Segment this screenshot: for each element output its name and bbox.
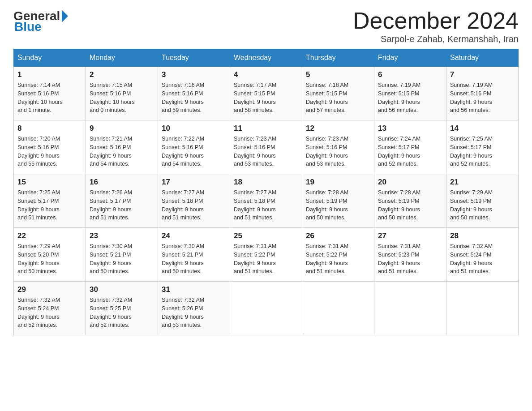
calendar-cell: 10Sunrise: 7:22 AMSunset: 5:16 PMDayligh… bbox=[158, 120, 230, 174]
day-number: 29 bbox=[17, 285, 82, 294]
calendar-cell: 25Sunrise: 7:31 AMSunset: 5:22 PMDayligh… bbox=[230, 228, 302, 282]
calendar-cell: 2Sunrise: 7:15 AMSunset: 5:16 PMDaylight… bbox=[86, 67, 158, 120]
title-section: December 2024 Sarpol-e Zahab, Kermanshah… bbox=[353, 9, 519, 44]
calendar-week-row: 29Sunrise: 7:32 AMSunset: 5:24 PMDayligh… bbox=[14, 282, 519, 335]
calendar-cell: 8Sunrise: 7:20 AMSunset: 5:16 PMDaylight… bbox=[14, 120, 86, 174]
day-number: 30 bbox=[90, 285, 154, 294]
day-info: Sunrise: 7:23 AMSunset: 5:16 PMDaylight:… bbox=[306, 135, 370, 168]
calendar-cell: 3Sunrise: 7:16 AMSunset: 5:16 PMDaylight… bbox=[158, 67, 230, 120]
calendar-table: SundayMondayTuesdayWednesdayThursdayFrid… bbox=[13, 49, 519, 335]
calendar-cell: 26Sunrise: 7:31 AMSunset: 5:22 PMDayligh… bbox=[302, 228, 374, 282]
col-header-saturday: Saturday bbox=[446, 49, 519, 67]
day-info: Sunrise: 7:14 AMSunset: 5:16 PMDaylight:… bbox=[17, 81, 82, 115]
day-number: 28 bbox=[450, 231, 515, 240]
month-year-title: December 2024 bbox=[353, 9, 519, 32]
day-info: Sunrise: 7:24 AMSunset: 5:17 PMDaylight:… bbox=[378, 135, 442, 168]
calendar-cell: 1Sunrise: 7:14 AMSunset: 5:16 PMDaylight… bbox=[14, 67, 86, 120]
day-number: 20 bbox=[378, 178, 442, 187]
calendar-cell: 18Sunrise: 7:27 AMSunset: 5:18 PMDayligh… bbox=[230, 174, 302, 228]
calendar-cell: 14Sunrise: 7:25 AMSunset: 5:17 PMDayligh… bbox=[446, 120, 519, 174]
day-info: Sunrise: 7:26 AMSunset: 5:17 PMDaylight:… bbox=[90, 188, 154, 222]
day-number: 23 bbox=[90, 231, 154, 240]
calendar-cell: 7Sunrise: 7:19 AMSunset: 5:16 PMDaylight… bbox=[446, 67, 519, 120]
day-number: 5 bbox=[306, 70, 370, 79]
calendar-header-row: SundayMondayTuesdayWednesdayThursdayFrid… bbox=[14, 49, 519, 67]
day-number: 4 bbox=[234, 70, 298, 79]
calendar-cell: 13Sunrise: 7:24 AMSunset: 5:17 PMDayligh… bbox=[374, 120, 446, 174]
day-number: 21 bbox=[450, 178, 515, 187]
day-info: Sunrise: 7:25 AMSunset: 5:17 PMDaylight:… bbox=[450, 135, 515, 168]
day-number: 27 bbox=[378, 231, 442, 240]
calendar-cell: 9Sunrise: 7:21 AMSunset: 5:16 PMDaylight… bbox=[86, 120, 158, 174]
col-header-thursday: Thursday bbox=[302, 49, 374, 67]
day-number: 10 bbox=[162, 124, 226, 133]
calendar-cell: 15Sunrise: 7:25 AMSunset: 5:17 PMDayligh… bbox=[14, 174, 86, 228]
calendar-cell: 20Sunrise: 7:28 AMSunset: 5:19 PMDayligh… bbox=[374, 174, 446, 228]
day-info: Sunrise: 7:32 AMSunset: 5:24 PMDaylight:… bbox=[450, 242, 515, 276]
day-number: 2 bbox=[90, 70, 154, 79]
day-number: 26 bbox=[306, 231, 370, 240]
calendar-cell bbox=[230, 282, 302, 335]
day-info: Sunrise: 7:27 AMSunset: 5:18 PMDaylight:… bbox=[234, 188, 298, 222]
logo-triangle-icon bbox=[62, 10, 68, 22]
day-info: Sunrise: 7:31 AMSunset: 5:23 PMDaylight:… bbox=[378, 242, 442, 276]
col-header-monday: Monday bbox=[86, 49, 158, 67]
calendar-week-row: 8Sunrise: 7:20 AMSunset: 5:16 PMDaylight… bbox=[14, 120, 519, 174]
day-number: 6 bbox=[378, 70, 442, 79]
day-info: Sunrise: 7:20 AMSunset: 5:16 PMDaylight:… bbox=[17, 135, 82, 168]
day-info: Sunrise: 7:15 AMSunset: 5:16 PMDaylight:… bbox=[90, 81, 154, 115]
day-number: 1 bbox=[17, 70, 82, 79]
calendar-week-row: 15Sunrise: 7:25 AMSunset: 5:17 PMDayligh… bbox=[14, 174, 519, 228]
day-info: Sunrise: 7:18 AMSunset: 5:15 PMDaylight:… bbox=[306, 81, 370, 115]
day-number: 7 bbox=[450, 70, 515, 79]
calendar-cell: 31Sunrise: 7:32 AMSunset: 5:26 PMDayligh… bbox=[158, 282, 230, 335]
day-number: 25 bbox=[234, 231, 298, 240]
day-number: 3 bbox=[162, 70, 226, 79]
day-number: 19 bbox=[306, 178, 370, 187]
day-number: 11 bbox=[234, 124, 298, 133]
day-number: 15 bbox=[17, 178, 82, 187]
day-info: Sunrise: 7:29 AMSunset: 5:19 PMDaylight:… bbox=[450, 188, 515, 222]
day-info: Sunrise: 7:32 AMSunset: 5:25 PMDaylight:… bbox=[90, 296, 154, 330]
calendar-cell: 24Sunrise: 7:30 AMSunset: 5:21 PMDayligh… bbox=[158, 228, 230, 282]
day-info: Sunrise: 7:22 AMSunset: 5:16 PMDaylight:… bbox=[162, 135, 226, 168]
day-info: Sunrise: 7:32 AMSunset: 5:24 PMDaylight:… bbox=[17, 296, 82, 330]
calendar-cell: 23Sunrise: 7:30 AMSunset: 5:21 PMDayligh… bbox=[86, 228, 158, 282]
calendar-cell: 19Sunrise: 7:28 AMSunset: 5:19 PMDayligh… bbox=[302, 174, 374, 228]
calendar-cell: 12Sunrise: 7:23 AMSunset: 5:16 PMDayligh… bbox=[302, 120, 374, 174]
calendar-cell: 30Sunrise: 7:32 AMSunset: 5:25 PMDayligh… bbox=[86, 282, 158, 335]
day-number: 24 bbox=[162, 231, 226, 240]
day-number: 13 bbox=[378, 124, 442, 133]
location-subtitle: Sarpol-e Zahab, Kermanshah, Iran bbox=[353, 34, 519, 44]
day-info: Sunrise: 7:25 AMSunset: 5:17 PMDaylight:… bbox=[17, 188, 82, 222]
calendar-cell: 21Sunrise: 7:29 AMSunset: 5:19 PMDayligh… bbox=[446, 174, 519, 228]
calendar-cell: 17Sunrise: 7:27 AMSunset: 5:18 PMDayligh… bbox=[158, 174, 230, 228]
col-header-tuesday: Tuesday bbox=[158, 49, 230, 67]
logo: General Blue bbox=[13, 9, 68, 34]
day-number: 31 bbox=[162, 285, 226, 294]
day-info: Sunrise: 7:21 AMSunset: 5:16 PMDaylight:… bbox=[90, 135, 154, 168]
day-info: Sunrise: 7:31 AMSunset: 5:22 PMDaylight:… bbox=[306, 242, 370, 276]
day-number: 9 bbox=[90, 124, 154, 133]
day-info: Sunrise: 7:28 AMSunset: 5:19 PMDaylight:… bbox=[306, 188, 370, 222]
day-info: Sunrise: 7:31 AMSunset: 5:22 PMDaylight:… bbox=[234, 242, 298, 276]
calendar-cell: 28Sunrise: 7:32 AMSunset: 5:24 PMDayligh… bbox=[446, 228, 519, 282]
day-info: Sunrise: 7:29 AMSunset: 5:20 PMDaylight:… bbox=[17, 242, 82, 276]
col-header-wednesday: Wednesday bbox=[230, 49, 302, 67]
day-number: 16 bbox=[90, 178, 154, 187]
calendar-cell: 22Sunrise: 7:29 AMSunset: 5:20 PMDayligh… bbox=[14, 228, 86, 282]
calendar-cell bbox=[446, 282, 519, 335]
day-number: 8 bbox=[17, 124, 82, 133]
calendar-cell: 4Sunrise: 7:17 AMSunset: 5:15 PMDaylight… bbox=[230, 67, 302, 120]
calendar-cell: 29Sunrise: 7:32 AMSunset: 5:24 PMDayligh… bbox=[14, 282, 86, 335]
calendar-cell: 5Sunrise: 7:18 AMSunset: 5:15 PMDaylight… bbox=[302, 67, 374, 120]
day-info: Sunrise: 7:30 AMSunset: 5:21 PMDaylight:… bbox=[90, 242, 154, 276]
day-info: Sunrise: 7:19 AMSunset: 5:16 PMDaylight:… bbox=[450, 81, 515, 115]
day-info: Sunrise: 7:23 AMSunset: 5:16 PMDaylight:… bbox=[234, 135, 298, 168]
day-info: Sunrise: 7:30 AMSunset: 5:21 PMDaylight:… bbox=[162, 242, 226, 276]
day-info: Sunrise: 7:27 AMSunset: 5:18 PMDaylight:… bbox=[162, 188, 226, 222]
day-number: 14 bbox=[450, 124, 515, 133]
day-info: Sunrise: 7:32 AMSunset: 5:26 PMDaylight:… bbox=[162, 296, 226, 330]
col-header-sunday: Sunday bbox=[14, 49, 86, 67]
logo-blue-text: Blue bbox=[14, 20, 42, 34]
